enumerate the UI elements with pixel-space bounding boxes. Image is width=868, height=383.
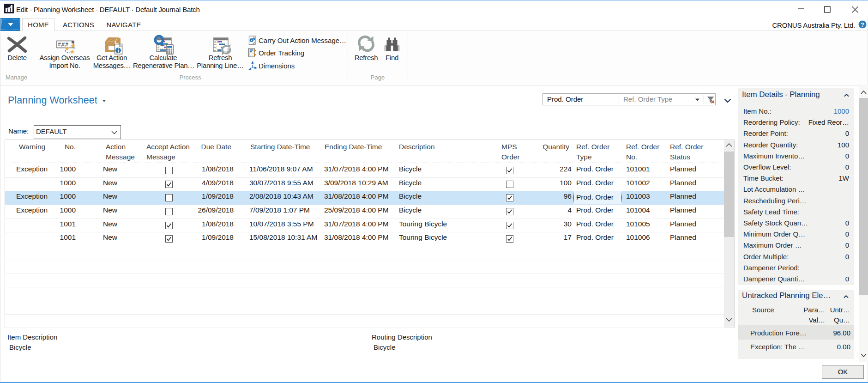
- svg-text:#,#,#: #,#,#: [58, 42, 68, 47]
- svg-text:?: ?: [861, 21, 864, 28]
